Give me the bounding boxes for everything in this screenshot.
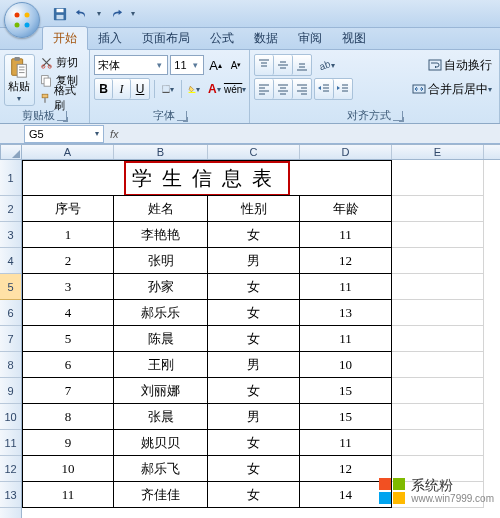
- align-bottom-button[interactable]: [293, 55, 311, 75]
- cell[interactable]: 6: [22, 352, 114, 378]
- row-header-4[interactable]: 4: [0, 248, 21, 274]
- undo-button[interactable]: [72, 5, 92, 23]
- cell[interactable]: [392, 300, 484, 326]
- cell[interactable]: 14: [300, 482, 392, 508]
- cell[interactable]: 5: [22, 326, 114, 352]
- tab-home[interactable]: 开始: [42, 26, 88, 50]
- cell[interactable]: [392, 378, 484, 404]
- cell[interactable]: 女: [208, 456, 300, 482]
- col-header-E[interactable]: E: [392, 145, 484, 159]
- cell[interactable]: [392, 196, 484, 222]
- cell[interactable]: 男: [208, 248, 300, 274]
- cell[interactable]: 李艳艳: [114, 222, 208, 248]
- row-header-3[interactable]: 3: [0, 222, 21, 248]
- cell[interactable]: 7: [22, 378, 114, 404]
- align-top-button[interactable]: [255, 55, 274, 75]
- row-header-7[interactable]: 7: [0, 326, 21, 352]
- select-all-corner[interactable]: [0, 144, 22, 160]
- cell[interactable]: 齐佳佳: [114, 482, 208, 508]
- tab-data[interactable]: 数据: [244, 27, 288, 49]
- merge-center-button[interactable]: 合并后居中▾: [409, 79, 495, 99]
- italic-button[interactable]: I: [113, 79, 131, 99]
- decrease-font-button[interactable]: A▾: [227, 55, 245, 75]
- save-button[interactable]: [50, 5, 70, 23]
- cell[interactable]: 序号: [22, 196, 114, 222]
- qat-customize[interactable]: ▾: [128, 5, 138, 23]
- row-header-11[interactable]: 11: [0, 430, 21, 456]
- row-headers[interactable]: 12345678910111213: [0, 160, 22, 518]
- cell[interactable]: 孙家: [114, 274, 208, 300]
- wrap-text-button[interactable]: 自动换行: [425, 55, 495, 75]
- cell[interactable]: 女: [208, 430, 300, 456]
- font-color-button[interactable]: A▾: [205, 79, 223, 99]
- cell[interactable]: 陈晨: [114, 326, 208, 352]
- cell[interactable]: 15: [300, 378, 392, 404]
- tab-view[interactable]: 视图: [332, 27, 376, 49]
- cell[interactable]: 女: [208, 300, 300, 326]
- increase-indent-button[interactable]: [334, 79, 352, 99]
- row-header-9[interactable]: 9: [0, 378, 21, 404]
- phonetic-button[interactable]: wén▾: [225, 79, 245, 99]
- column-headers[interactable]: ABCDE: [22, 144, 500, 160]
- row-header-1[interactable]: 1: [0, 160, 21, 196]
- worksheet[interactable]: ABCDE 12345678910111213 学生信息表序号姓名性别年龄1李艳…: [0, 144, 500, 518]
- cell[interactable]: 10: [300, 352, 392, 378]
- font-size-combo[interactable]: 11▾: [170, 55, 204, 75]
- row-header-8[interactable]: 8: [0, 352, 21, 378]
- decrease-indent-button[interactable]: [315, 79, 334, 99]
- title-merged-cell[interactable]: 学生信息表: [22, 160, 392, 196]
- office-button[interactable]: [4, 2, 40, 38]
- cell[interactable]: 1: [22, 222, 114, 248]
- tab-formulas[interactable]: 公式: [200, 27, 244, 49]
- cell[interactable]: 女: [208, 222, 300, 248]
- redo-button[interactable]: [106, 5, 126, 23]
- cell[interactable]: 女: [208, 274, 300, 300]
- cell[interactable]: 11: [22, 482, 114, 508]
- cell[interactable]: 王刚: [114, 352, 208, 378]
- cell[interactable]: 12: [300, 248, 392, 274]
- cell[interactable]: 男: [208, 404, 300, 430]
- cell[interactable]: [392, 404, 484, 430]
- clipboard-dialog-launcher[interactable]: [57, 111, 67, 121]
- cell[interactable]: 11: [300, 222, 392, 248]
- cell[interactable]: 郝乐飞: [114, 456, 208, 482]
- align-middle-button[interactable]: [274, 55, 293, 75]
- underline-button[interactable]: U: [131, 79, 149, 99]
- col-header-B[interactable]: B: [114, 145, 208, 159]
- col-header-C[interactable]: C: [208, 145, 300, 159]
- alignment-dialog-launcher[interactable]: [393, 111, 403, 121]
- cell[interactable]: 13: [300, 300, 392, 326]
- cell[interactable]: 11: [300, 326, 392, 352]
- cell[interactable]: 3: [22, 274, 114, 300]
- cell[interactable]: [392, 326, 484, 352]
- cell[interactable]: 9: [22, 430, 114, 456]
- cell[interactable]: 2: [22, 248, 114, 274]
- cell[interactable]: 15: [300, 404, 392, 430]
- tab-layout[interactable]: 页面布局: [132, 27, 200, 49]
- align-center-button[interactable]: [274, 79, 293, 99]
- cell[interactable]: 张明: [114, 248, 208, 274]
- cell[interactable]: 12: [300, 456, 392, 482]
- align-right-button[interactable]: [293, 79, 311, 99]
- cell[interactable]: 郝乐乐: [114, 300, 208, 326]
- fx-icon[interactable]: fx: [110, 128, 119, 140]
- tab-review[interactable]: 审阅: [288, 27, 332, 49]
- cell[interactable]: 刘丽娜: [114, 378, 208, 404]
- tab-insert[interactable]: 插入: [88, 27, 132, 49]
- cell-grid[interactable]: 学生信息表序号姓名性别年龄1李艳艳女112张明男123孙家女114郝乐乐女135…: [22, 160, 500, 518]
- row-header-2[interactable]: 2: [0, 196, 21, 222]
- cell[interactable]: 8: [22, 404, 114, 430]
- row-header-5[interactable]: 5: [0, 274, 21, 300]
- bold-button[interactable]: B: [95, 79, 113, 99]
- cell[interactable]: 年龄: [300, 196, 392, 222]
- row-header-12[interactable]: 12: [0, 456, 21, 482]
- cell[interactable]: 姚贝贝: [114, 430, 208, 456]
- align-left-button[interactable]: [255, 79, 274, 99]
- cell[interactable]: [392, 274, 484, 300]
- cell[interactable]: 女: [208, 482, 300, 508]
- font-dialog-launcher[interactable]: [177, 111, 187, 121]
- cell[interactable]: 11: [300, 430, 392, 456]
- row-header-6[interactable]: 6: [0, 300, 21, 326]
- cell[interactable]: [392, 248, 484, 274]
- col-header-D[interactable]: D: [300, 145, 392, 159]
